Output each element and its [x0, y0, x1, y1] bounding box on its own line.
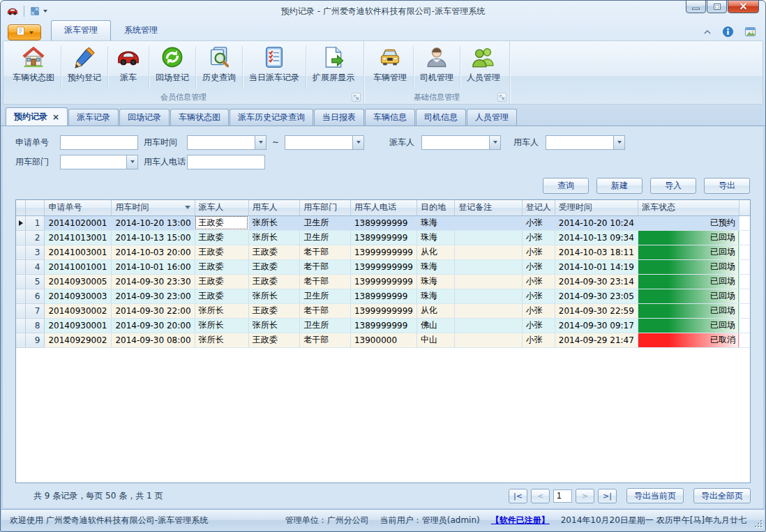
use-time-to-combo[interactable]: [285, 135, 364, 150]
document-tab-当日报表[interactable]: 当日报表: [314, 109, 364, 126]
cell-申请单号[interactable]: 20141020001: [45, 215, 112, 230]
cell-用车人电话[interactable]: 13999999999: [350, 303, 416, 318]
cell-登记人[interactable]: 小张: [522, 215, 555, 230]
cell-登记备注[interactable]: [455, 215, 523, 230]
prev-page-button[interactable]: <: [531, 489, 550, 503]
chevron-down-icon[interactable]: [126, 155, 137, 169]
document-tab-回场记录[interactable]: 回场记录: [119, 109, 170, 126]
cell-登记备注[interactable]: [455, 318, 523, 333]
status-badge[interactable]: 已回场: [638, 245, 739, 259]
cell-申请单号[interactable]: 20140930002: [45, 303, 112, 318]
cell-用车部门[interactable]: 老干部: [300, 259, 351, 274]
cell-用车部门[interactable]: 老干部: [300, 245, 351, 259]
resize-grip-icon[interactable]: [754, 519, 762, 527]
ribbon-button-历史查询[interactable]: 历史查询: [196, 43, 242, 91]
close-button[interactable]: ×: [728, 0, 759, 13]
table-row[interactable]: 6201409300032014-09-30 23:00王政委张所长卫生所138…: [16, 289, 750, 303]
last-page-button[interactable]: >|: [598, 489, 617, 503]
cell-派车人[interactable]: 王政委: [195, 230, 248, 245]
ribbon-button-预约登记[interactable]: 预约登记: [61, 43, 107, 91]
cell-用车人[interactable]: 张所长: [248, 318, 300, 333]
cell-申请单号[interactable]: 20141003001: [45, 245, 112, 259]
table-row[interactable]: 8201409300012014-09-30 20:00张所长张所长卫生所138…: [16, 318, 750, 333]
status-badge[interactable]: 已回场: [638, 289, 739, 303]
column-header-登记人[interactable]: 登记人: [522, 200, 555, 215]
import-button[interactable]: 导入: [650, 178, 696, 194]
cell-用车部门[interactable]: 老干部: [300, 274, 351, 289]
column-header-登记备注[interactable]: 登记备注: [455, 200, 523, 215]
table-row[interactable]: 7201409300022014-09-30 22:00张所长王政委老干部139…: [16, 303, 750, 318]
cell-用车时间[interactable]: 2014-10-20 13:00: [112, 215, 195, 230]
cell-用车人[interactable]: 王政委: [248, 259, 300, 274]
document-tab-预约记录[interactable]: 预约记录×: [6, 107, 68, 126]
title-bar[interactable]: 预约记录 - 广州爱奇迪软件科技有限公司-派车管理系统 ×: [1, 1, 765, 22]
cell-用车人[interactable]: 张所长: [248, 215, 300, 230]
cell-派车人[interactable]: 王政委: [195, 289, 248, 303]
status-badge[interactable]: 已回场: [638, 303, 739, 318]
cell-用车时间[interactable]: 2014-09-30 08:00: [112, 333, 195, 347]
cell-用车人电话[interactable]: 13999999999: [350, 274, 416, 289]
cell-用车时间[interactable]: 2014-10-13 15:00: [112, 230, 195, 245]
user-phone-field[interactable]: [188, 156, 264, 169]
column-header-用车人电话[interactable]: 用车人电话: [350, 200, 416, 215]
chevron-down-icon[interactable]: [255, 136, 266, 149]
document-tab-派车历史记录查询[interactable]: 派车历史记录查询: [230, 109, 313, 126]
status-badge[interactable]: 已回场: [638, 230, 739, 245]
car-user-combo[interactable]: [546, 135, 625, 150]
column-header-用车部门[interactable]: 用车部门: [300, 200, 351, 215]
cell-派车人[interactable]: 张所长: [195, 303, 248, 318]
cell-用车人[interactable]: 王政委: [248, 245, 300, 259]
cell-登记备注[interactable]: [455, 259, 523, 274]
column-header-用车时间[interactable]: 用车时间: [112, 200, 195, 215]
cell-登记人[interactable]: 小张: [522, 259, 555, 274]
cell-用车时间[interactable]: 2014-09-30 20:00: [112, 318, 195, 333]
cell-登记人[interactable]: 小张: [522, 318, 555, 333]
table-row[interactable]: 4201410010012014-10-01 16:00王政委王政委老干部139…: [16, 259, 750, 274]
page-number-input[interactable]: [553, 489, 572, 503]
document-tab-车辆状态图[interactable]: 车辆状态图: [170, 109, 229, 126]
ribbon-button-车辆管理[interactable]: 车辆管理: [367, 43, 413, 91]
info-icon[interactable]: [722, 26, 734, 38]
cell-用车部门[interactable]: 老干部: [300, 333, 351, 347]
cell-用车人[interactable]: 王政委: [248, 303, 300, 318]
cell-受理时间[interactable]: 2014-10-03 18:11: [555, 245, 638, 259]
cell-派车人[interactable]: 王政委: [195, 259, 248, 274]
application-no-field[interactable]: [61, 137, 137, 150]
cell-用车时间[interactable]: 2014-09-30 22:00: [112, 303, 195, 318]
cell-派车人[interactable]: 王政委: [195, 245, 248, 259]
close-tab-icon[interactable]: ×: [52, 113, 59, 121]
license-link[interactable]: 【软件已注册】: [491, 515, 550, 526]
ribbon-button-司机管理[interactable]: 司机管理: [414, 43, 460, 91]
document-tab-车辆信息[interactable]: 车辆信息: [365, 109, 415, 126]
cell-用车人电话[interactable]: 1389999999: [350, 215, 416, 230]
new-button[interactable]: 新建: [596, 178, 643, 194]
column-header-目的地[interactable]: 目的地: [416, 200, 454, 215]
dialog-launcher-icon[interactable]: [497, 93, 506, 102]
cell-用车人[interactable]: 王政委: [248, 333, 300, 347]
app-menu-button[interactable]: [8, 24, 41, 40]
chevron-down-icon[interactable]: [352, 136, 363, 149]
status-badge[interactable]: 已取消: [638, 333, 739, 347]
use-time-from-combo[interactable]: [187, 135, 266, 150]
column-header-用车人[interactable]: 用车人: [248, 200, 300, 215]
ribbon-tab-派车管理[interactable]: 派车管理: [51, 20, 111, 40]
about-icon[interactable]: [744, 26, 757, 38]
ribbon-button-人员管理[interactable]: 人员管理: [460, 43, 506, 91]
document-tab-派车记录[interactable]: 派车记录: [68, 109, 119, 126]
cell-用车人电话[interactable]: 13999999999: [350, 245, 416, 259]
cell-登记人[interactable]: 小张: [522, 245, 555, 259]
chevron-down-icon[interactable]: [613, 136, 624, 149]
document-tab-司机信息[interactable]: 司机信息: [416, 109, 466, 126]
cell-用车时间[interactable]: 2014-09-30 23:00: [112, 289, 195, 303]
cell-目的地[interactable]: 从化: [416, 303, 454, 318]
document-tab-人员管理[interactable]: 人员管理: [467, 109, 517, 126]
ribbon-button-扩展屏显示[interactable]: 扩展屏显示: [306, 43, 361, 91]
cell-登记人[interactable]: 小张: [522, 303, 555, 318]
chevron-up-icon[interactable]: [703, 27, 712, 37]
cell-目的地[interactable]: 珠海: [416, 259, 454, 274]
next-page-button[interactable]: >: [576, 489, 594, 503]
cell-派车人[interactable]: 张所长: [195, 333, 248, 347]
column-header-受理时间[interactable]: 受理时间: [555, 200, 638, 215]
cell-申请单号[interactable]: 20140929002: [45, 333, 112, 347]
cell-派车人[interactable]: 王政委: [195, 274, 248, 289]
